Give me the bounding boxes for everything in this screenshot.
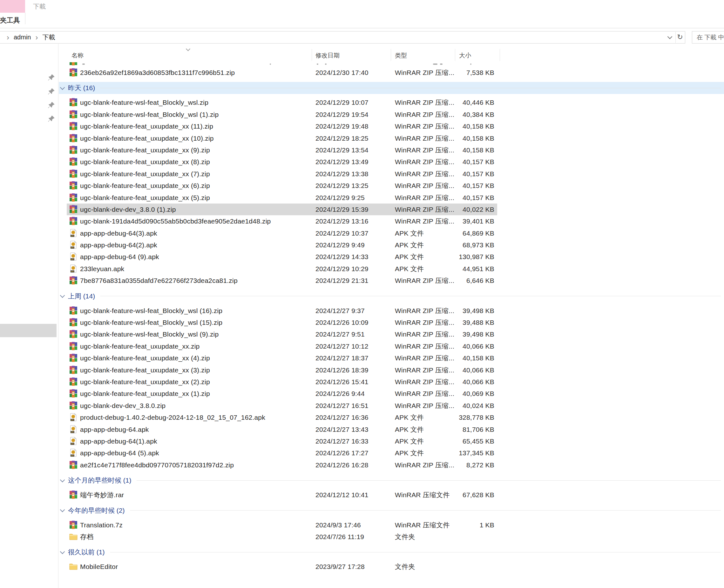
file-row[interactable]: ugc-blank-feature-feat_uxupdate_xx (5).z… xyxy=(59,192,724,204)
file-date-modified: 2024/12/27 16:33 xyxy=(316,435,368,447)
file-row[interactable]: ugc-blank-dev-dev_3.8.0 (1).zip2024/12/2… xyxy=(59,204,724,215)
file-row[interactable]: APK app-app-debug-64(2).apk2024/12/29 9:… xyxy=(59,239,724,251)
file-type: WinRAR ZIP 压缩... xyxy=(395,364,454,376)
title-bar: 下載 xyxy=(0,0,724,13)
column-header-type[interactable]: 类型 xyxy=(395,51,407,60)
winrar-archive-icon xyxy=(69,461,78,469)
file-row[interactable]: APK app-app-debug-64(3).apk2024/12/29 10… xyxy=(59,227,724,239)
file-name: 7be8776a831a0355dafd7e622766f273dea2ca81… xyxy=(80,275,238,287)
file-row[interactable]: 7be8776a831a0355dafd7e622766f273dea2ca81… xyxy=(59,275,724,287)
file-name: ugc-blank-feature-wsl-feat_Blockly_wsl (… xyxy=(80,109,219,120)
file-size: 40,157 KB xyxy=(455,180,494,191)
address-dropdown-button[interactable] xyxy=(665,31,675,43)
file-row[interactable]: APK product-debug-1.40.2-debug-2024-12-1… xyxy=(59,412,724,423)
file-date-modified: 2024/12/29 13:54 xyxy=(316,144,368,156)
file-row[interactable]: ugc-blank-191da4d5d090c55ab5b0cbd3feae90… xyxy=(59,215,724,227)
file-type: WinRAR 压缩文件 xyxy=(395,489,450,501)
file-row[interactable]: ugc-blank-feature-wsl-feat_Blockly_wsl (… xyxy=(59,317,724,328)
file-date-modified: 2024/12/27 9:37 xyxy=(316,305,365,317)
column-header-name[interactable]: 名称 xyxy=(72,51,83,60)
column-header-size[interactable]: 大小 xyxy=(459,51,471,60)
file-row[interactable]: APK app-app-debug-64 (9).apk2024/12/29 1… xyxy=(59,251,724,262)
pushpin-icon[interactable] xyxy=(48,74,56,82)
file-row[interactable]: APK app-app-debug-64 (5).apk2024/12/26 1… xyxy=(59,447,724,459)
column-divider[interactable] xyxy=(311,49,312,61)
file-name: ugc-blank-feature-feat_uxupdate_xx (9).z… xyxy=(80,144,210,156)
file-date-modified: 2024/12/29 13:38 xyxy=(316,168,368,180)
file-type: WinRAR ZIP 压缩... xyxy=(395,376,454,388)
file-row[interactable]: ugc-blank-feature-feat_uxupdate_xx (7).z… xyxy=(59,168,724,180)
column-divider[interactable] xyxy=(455,49,455,61)
group-collapse-chevron-icon xyxy=(60,549,65,554)
file-row[interactable]: ugc-blank-feature-wsl-feat_Blockly_wsl (… xyxy=(59,328,724,340)
file-row[interactable]: APK app-app-debug-64.apk2024/12/27 13:43… xyxy=(59,423,724,435)
file-type: WinRAR ZIP 压缩... xyxy=(395,305,454,317)
group-header[interactable]: 很久以前 (1) xyxy=(59,546,724,558)
file-size: 65,455 KB xyxy=(455,435,494,447)
file-type: 文件夹 xyxy=(395,561,415,572)
folder-icon xyxy=(69,532,78,541)
file-row[interactable]: ugc-blank-feature-feat_uxupdate_xx (6).z… xyxy=(59,180,724,191)
pushpin-icon[interactable] xyxy=(48,115,56,123)
address-bar[interactable]: › admin › 下載 ↻ xyxy=(0,31,685,43)
file-row[interactable]: 236eb26a92ef1869a3d60853fbc1311f7c996b51… xyxy=(59,67,724,79)
refresh-button[interactable]: ↻ xyxy=(676,31,684,43)
pushpin-icon[interactable] xyxy=(48,101,56,109)
search-input[interactable] xyxy=(692,31,724,43)
ribbon-tab-strip: 夹工具 xyxy=(0,13,724,28)
file-row[interactable]: ugc-blank-feature-wsl-feat_Blockly_wsl (… xyxy=(59,305,724,317)
file-type: APK 文件 xyxy=(395,263,424,275)
svg-text:APK: APK xyxy=(71,455,74,457)
group-divider-line xyxy=(137,480,721,481)
file-date-modified: 2024/12/29 14:33 xyxy=(316,251,368,262)
file-date-modified: 2024/12/29 18:25 xyxy=(316,132,368,144)
group-collapse-chevron-icon xyxy=(60,477,65,482)
group-header[interactable]: 这个月的早些时候 (1) xyxy=(59,474,724,486)
file-name: app-app-debug-64.apk xyxy=(80,423,149,435)
file-name: ugc-blank-feature-feat_uxupdate_xx.zip xyxy=(80,340,200,352)
file-row[interactable]: 存档2024/7/26 11:19文件夹 xyxy=(59,531,724,543)
file-row[interactable]: ugc-blank-feature-feat_uxupdate_xx (11).… xyxy=(59,120,724,132)
tab-folder-tools[interactable]: 夹工具 xyxy=(0,13,25,24)
column-divider[interactable] xyxy=(500,49,500,61)
breadcrumb-item-downloads[interactable]: 下載 xyxy=(42,33,55,42)
winrar-archive-icon xyxy=(69,170,78,178)
group-header[interactable]: 今年的早些时候 (2) xyxy=(59,504,724,517)
winrar-archive-icon xyxy=(69,217,78,225)
file-type: WinRAR ZIP 压缩... xyxy=(395,388,454,399)
file-row[interactable]: ugc-blank-dev-dev_3.8.0.zip2024/12/27 16… xyxy=(59,400,724,412)
file-date-modified: 2024/12/27 13:43 xyxy=(316,423,368,435)
winrar-archive-icon xyxy=(69,122,78,130)
file-row[interactable]: ugc-blank-feature-feat_uxupdate_xx (3).z… xyxy=(59,364,724,376)
search-box xyxy=(692,31,724,43)
file-type: APK 文件 xyxy=(395,412,424,423)
file-row[interactable]: ae2f1c4e717f8fee4dbd097707057182031f97d2… xyxy=(59,459,724,471)
column-divider[interactable] xyxy=(391,49,391,61)
pushpin-icon[interactable] xyxy=(48,88,56,96)
file-row[interactable]: APK app-app-debug-64(1).apk2024/12/27 16… xyxy=(59,435,724,447)
file-size: 39,488 KB xyxy=(455,317,494,328)
breadcrumb-chevron-icon: › xyxy=(7,32,9,43)
file-row[interactable]: APK 233leyuan.apk2024/12/29 10:29APK 文件4… xyxy=(59,263,724,275)
file-row[interactable]: ugc-blank-feature-wsl-feat_Blockly_wsl.z… xyxy=(59,97,724,108)
file-row[interactable]: Translation.7z2024/9/3 17:46WinRAR 压缩文件1… xyxy=(59,519,724,531)
file-row[interactable]: ugc-blank-feature-feat_uxupdate_xx (8).z… xyxy=(59,156,724,168)
file-row[interactable]: 端午奇妙游.rar2024/12/12 10:41WinRAR 压缩文件67,6… xyxy=(59,489,724,501)
file-row[interactable]: ugc-blank-feature-feat_uxupdate_xx.zip20… xyxy=(59,340,724,352)
file-row[interactable]: MobileEditor2023/9/27 17:28文件夹 xyxy=(59,561,724,572)
file-row[interactable]: ugc-blank-feature-wsl-feat_Blockly_wsl (… xyxy=(59,109,724,120)
file-row[interactable]: ugc-blank-feature-feat_uxupdate_xx (4).z… xyxy=(59,352,724,364)
sidebar-item-highlight[interactable] xyxy=(0,324,57,337)
file-name: 233leyuan.apk xyxy=(80,263,124,275)
group-header[interactable]: 上周 (14) xyxy=(59,290,724,302)
group-header[interactable]: 昨天 (16) xyxy=(59,82,724,94)
column-header-date[interactable]: 修改日期 xyxy=(316,51,340,60)
file-name: ugc-blank-191da4d5d090c55ab5b0cbd3feae90… xyxy=(80,215,271,227)
breadcrumb-item-admin[interactable]: admin xyxy=(14,34,31,41)
file-type: WinRAR ZIP 压缩... xyxy=(395,120,454,132)
file-name: app-app-debug-64(1).apk xyxy=(80,435,157,447)
file-row[interactable]: ugc-blank-feature-feat_uxupdate_xx (2).z… xyxy=(59,376,724,388)
file-row[interactable]: ugc-blank-feature-feat_uxupdate_xx (10).… xyxy=(59,132,724,144)
file-row[interactable]: ugc-blank-feature-feat_uxupdate_xx (1).z… xyxy=(59,388,724,399)
file-row[interactable]: ugc-blank-feature-feat_uxupdate_xx (9).z… xyxy=(59,144,724,156)
